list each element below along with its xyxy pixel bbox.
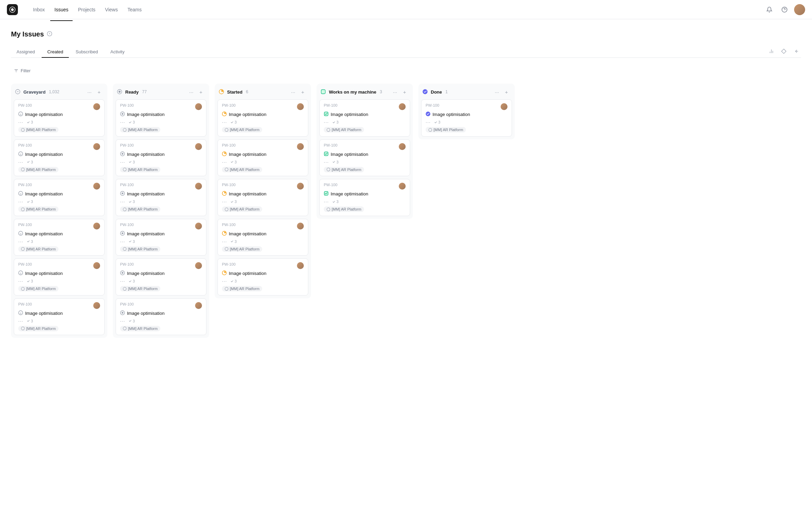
svg-point-58 <box>225 247 228 250</box>
svg-point-37 <box>123 168 126 171</box>
filter-button[interactable]: Filter <box>11 67 33 75</box>
col-more-started[interactable]: ··· <box>289 88 297 96</box>
card-meta: ··· 3 <box>222 239 304 244</box>
card-status-icon <box>324 191 329 197</box>
issue-card[interactable]: PW-100 Image optimisation ··· 3 <box>319 139 410 177</box>
column-graveyard: Graveyard 1,032 ··· + PW-100 ⊘ Image opt… <box>11 84 107 338</box>
card-tag: [MM] AR Platform <box>120 167 160 172</box>
help-icon[interactable] <box>779 4 790 15</box>
card-id: PW-100 <box>426 103 439 107</box>
issue-card[interactable]: PW-100 Image optimisation ··· 3 <box>116 139 206 177</box>
svg-point-48 <box>122 312 124 313</box>
col-more-graveyard[interactable]: ··· <box>85 88 94 96</box>
card-tag-row: [MM] AR Platform <box>18 167 100 173</box>
issue-card[interactable]: PW-100 Image optimisation ··· 3 <box>217 139 308 177</box>
issue-card[interactable]: PW-100 ⊘ Image optimisation ··· 3 <box>14 258 105 296</box>
nav-teams[interactable]: Teams <box>123 4 146 15</box>
issue-card[interactable]: PW-100 Image optimisation ··· 3 <box>217 99 308 137</box>
col-count-ready: 77 <box>142 89 147 94</box>
card-tag: [MM] AR Platform <box>222 206 262 212</box>
card-title: Image optimisation <box>25 112 63 117</box>
diamond-icon[interactable] <box>779 46 789 56</box>
card-top: PW-100 <box>120 223 202 229</box>
card-dots: ··· <box>120 239 125 244</box>
card-status-icon: ⊘ <box>18 191 23 197</box>
issue-card[interactable]: PW-100 Image optimisation ··· 3 <box>217 258 308 296</box>
nav-issues[interactable]: Issues <box>50 4 72 15</box>
issue-card[interactable]: PW-100 Image optimisation ··· 3 <box>116 298 206 335</box>
card-avatar <box>93 262 100 269</box>
col-title-graveyard: Graveyard <box>23 89 45 95</box>
sub-issue-icon <box>332 120 335 124</box>
issue-card[interactable]: PW-100 ⊘ Image optimisation ··· 3 <box>14 179 105 216</box>
col-add-ready[interactable]: + <box>197 88 205 96</box>
sub-count: 3 <box>235 239 237 244</box>
card-tag: [MM] AR Platform <box>324 206 364 212</box>
tab-assigned[interactable]: Assigned <box>11 46 40 58</box>
chart-icon[interactable] <box>767 46 776 56</box>
page-help-icon[interactable] <box>47 31 52 38</box>
collapse-icon[interactable] <box>791 46 801 56</box>
card-title-row: ⊘ Image optimisation <box>18 310 100 316</box>
sub-issue-icon <box>128 279 132 283</box>
sub-count: 3 <box>133 200 135 204</box>
col-add-started[interactable]: + <box>299 88 307 96</box>
issue-card[interactable]: PW-100 ⊘ Image optimisation ··· 3 <box>14 298 105 335</box>
card-title: Image optimisation <box>229 152 266 157</box>
svg-point-56 <box>225 207 228 211</box>
nav-projects[interactable]: Projects <box>74 4 100 15</box>
issue-card[interactable]: PW-100 Image optimisation ··· 3 <box>319 179 410 216</box>
card-title: Image optimisation <box>25 152 63 157</box>
issue-card[interactable]: PW-100 Image optimisation ··· 3 <box>217 179 308 216</box>
col-title-works-on-my-machine: Works on my machine <box>329 89 376 95</box>
issue-card[interactable]: PW-100 Image optimisation ··· 3 <box>319 99 410 137</box>
issue-card[interactable]: PW-100 ⊘ Image optimisation ··· 3 <box>14 99 105 137</box>
sub-count: 3 <box>336 200 339 204</box>
card-dots: ··· <box>18 318 23 324</box>
issue-card[interactable]: PW-100 Image optimisation ··· 3 <box>116 99 206 137</box>
tab-activity[interactable]: Activity <box>105 46 130 58</box>
card-top: PW-100 <box>18 143 100 150</box>
column-started: Started 6 ··· + PW-100 Image optimisatio… <box>215 84 311 298</box>
issue-card[interactable]: PW-100 Image optimisation ··· 3 <box>217 219 308 256</box>
sub-issue-icon <box>332 200 335 204</box>
sub-issue-icon <box>128 120 132 124</box>
notifications-icon[interactable] <box>764 4 775 15</box>
issue-card[interactable]: PW-100 ⊘ Image optimisation ··· 3 <box>14 139 105 177</box>
card-id: PW-100 <box>324 143 338 147</box>
issue-card[interactable]: PW-100 Image optimisation ··· 3 <box>116 179 206 216</box>
column-header-started: Started 6 ··· + <box>215 84 311 99</box>
card-id: PW-100 <box>324 103 338 107</box>
sub-count: 3 <box>31 239 33 244</box>
col-more-ready[interactable]: ··· <box>187 88 195 96</box>
nav-views[interactable]: Views <box>101 4 122 15</box>
col-more-done[interactable]: ··· <box>493 88 501 96</box>
cards-done: PW-100 Image optimisation ··· 3 <box>418 99 515 139</box>
tab-subscribed[interactable]: Subscribed <box>70 46 104 58</box>
card-top: PW-100 <box>120 103 202 110</box>
issue-card[interactable]: PW-100 Image optimisation ··· 3 <box>421 99 512 137</box>
tab-created[interactable]: Created <box>42 46 68 58</box>
nav-inbox[interactable]: Inbox <box>29 4 49 15</box>
issue-card[interactable]: PW-100 Image optimisation ··· 3 <box>116 219 206 256</box>
issue-card[interactable]: PW-100 ⊘ Image optimisation ··· 3 <box>14 219 105 256</box>
card-dots: ··· <box>120 318 125 324</box>
col-title-done: Done <box>431 89 442 95</box>
card-avatar <box>93 183 100 190</box>
page-title-row: My Issues <box>11 30 801 38</box>
col-add-done[interactable]: + <box>502 88 511 96</box>
card-title: Image optimisation <box>25 191 63 196</box>
col-status-icon-started <box>219 89 224 95</box>
card-top: PW-100 <box>222 143 304 150</box>
col-add-graveyard[interactable]: + <box>95 88 103 96</box>
card-title-row: Image optimisation <box>120 111 202 117</box>
col-more-works-on-my-machine[interactable]: ··· <box>391 88 399 96</box>
card-status-icon <box>120 310 125 316</box>
svg-point-33 <box>122 113 124 115</box>
card-id: PW-100 <box>222 262 236 266</box>
col-add-works-on-my-machine[interactable]: + <box>400 88 409 96</box>
logo[interactable] <box>7 4 18 15</box>
svg-text:⊘: ⊘ <box>20 113 22 116</box>
issue-card[interactable]: PW-100 Image optimisation ··· 3 <box>116 258 206 296</box>
user-avatar[interactable] <box>794 4 805 15</box>
